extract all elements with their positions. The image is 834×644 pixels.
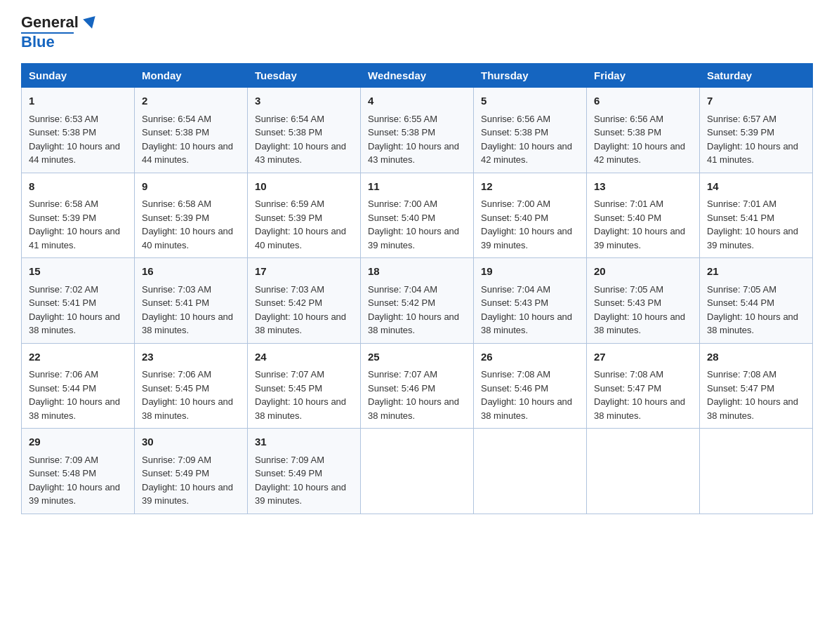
logo-text: General xyxy=(21,14,97,31)
calendar-day-cell: 12Sunrise: 7:00 AMSunset: 5:40 PMDayligh… xyxy=(474,173,587,258)
calendar-day-cell: 4Sunrise: 6:55 AMSunset: 5:38 PMDaylight… xyxy=(361,88,474,173)
day-info: Sunrise: 7:00 AMSunset: 5:40 PMDaylight:… xyxy=(481,199,572,250)
calendar-day-cell: 10Sunrise: 6:59 AMSunset: 5:39 PMDayligh… xyxy=(248,173,361,258)
day-of-week-header: Sunday xyxy=(22,64,135,88)
day-info: Sunrise: 7:08 AMSunset: 5:47 PMDaylight:… xyxy=(594,369,685,421)
day-number: 9 xyxy=(142,179,240,195)
calendar-day-cell: 20Sunrise: 7:05 AMSunset: 5:43 PMDayligh… xyxy=(587,258,700,344)
day-number: 10 xyxy=(255,179,353,195)
day-info: Sunrise: 6:55 AMSunset: 5:38 PMDaylight:… xyxy=(368,114,459,166)
calendar-week-row: 15Sunrise: 7:02 AMSunset: 5:41 PMDayligh… xyxy=(22,258,813,344)
calendar-day-cell: 29Sunrise: 7:09 AMSunset: 5:48 PMDayligh… xyxy=(22,429,135,514)
day-number: 25 xyxy=(368,349,466,365)
day-info: Sunrise: 7:00 AMSunset: 5:40 PMDaylight:… xyxy=(368,199,459,250)
day-number: 30 xyxy=(142,434,240,450)
calendar-day-cell: 19Sunrise: 7:04 AMSunset: 5:43 PMDayligh… xyxy=(474,258,587,344)
calendar-day-cell: 17Sunrise: 7:03 AMSunset: 5:42 PMDayligh… xyxy=(248,258,361,344)
calendar-day-cell: 14Sunrise: 7:01 AMSunset: 5:41 PMDayligh… xyxy=(700,173,813,258)
day-info: Sunrise: 6:54 AMSunset: 5:38 PMDaylight:… xyxy=(142,114,233,166)
day-info: Sunrise: 7:09 AMSunset: 5:49 PMDaylight:… xyxy=(142,455,233,507)
day-info: Sunrise: 6:57 AMSunset: 5:39 PMDaylight:… xyxy=(707,114,798,166)
day-info: Sunrise: 7:06 AMSunset: 5:45 PMDaylight:… xyxy=(142,369,233,421)
day-number: 28 xyxy=(707,349,805,365)
day-number: 15 xyxy=(29,264,127,280)
calendar-day-cell: 13Sunrise: 7:01 AMSunset: 5:40 PMDayligh… xyxy=(587,173,700,258)
page-header: General Blue xyxy=(21,14,813,51)
day-info: Sunrise: 6:56 AMSunset: 5:38 PMDaylight:… xyxy=(594,114,685,166)
day-number: 4 xyxy=(368,93,466,109)
calendar-day-cell xyxy=(587,429,700,514)
day-number: 8 xyxy=(29,179,127,195)
day-info: Sunrise: 7:09 AMSunset: 5:49 PMDaylight:… xyxy=(255,455,346,507)
calendar-day-cell: 21Sunrise: 7:05 AMSunset: 5:44 PMDayligh… xyxy=(700,258,813,344)
logo: General Blue xyxy=(21,14,97,51)
calendar-day-cell: 22Sunrise: 7:06 AMSunset: 5:44 PMDayligh… xyxy=(22,343,135,429)
calendar-day-cell: 2Sunrise: 6:54 AMSunset: 5:38 PMDaylight… xyxy=(135,88,248,173)
day-number: 12 xyxy=(481,179,579,195)
day-number: 17 xyxy=(255,264,353,280)
calendar-day-cell: 6Sunrise: 6:56 AMSunset: 5:38 PMDaylight… xyxy=(587,88,700,173)
calendar-table: SundayMondayTuesdayWednesdayThursdayFrid… xyxy=(21,63,813,514)
day-of-week-header: Monday xyxy=(135,64,248,88)
calendar-day-cell xyxy=(361,429,474,514)
day-of-week-header: Friday xyxy=(587,64,700,88)
calendar-day-cell: 5Sunrise: 6:56 AMSunset: 5:38 PMDaylight… xyxy=(474,88,587,173)
day-number: 29 xyxy=(29,434,127,450)
day-info: Sunrise: 7:08 AMSunset: 5:47 PMDaylight:… xyxy=(707,369,798,421)
day-of-week-header: Wednesday xyxy=(361,64,474,88)
day-info: Sunrise: 7:07 AMSunset: 5:46 PMDaylight:… xyxy=(368,369,459,421)
calendar-day-cell: 8Sunrise: 6:58 AMSunset: 5:39 PMDaylight… xyxy=(22,173,135,258)
day-of-week-header: Saturday xyxy=(700,64,813,88)
day-info: Sunrise: 7:03 AMSunset: 5:41 PMDaylight:… xyxy=(142,284,233,336)
day-number: 11 xyxy=(368,179,466,195)
day-info: Sunrise: 7:01 AMSunset: 5:41 PMDaylight:… xyxy=(707,199,798,250)
calendar-day-cell: 27Sunrise: 7:08 AMSunset: 5:47 PMDayligh… xyxy=(587,343,700,429)
calendar-week-row: 29Sunrise: 7:09 AMSunset: 5:48 PMDayligh… xyxy=(22,429,813,514)
day-number: 13 xyxy=(594,179,692,195)
day-number: 3 xyxy=(255,93,353,109)
day-info: Sunrise: 7:07 AMSunset: 5:45 PMDaylight:… xyxy=(255,369,346,421)
calendar-day-cell: 7Sunrise: 6:57 AMSunset: 5:39 PMDaylight… xyxy=(700,88,813,173)
day-number: 22 xyxy=(29,349,127,365)
day-number: 7 xyxy=(707,93,805,109)
calendar-day-cell: 23Sunrise: 7:06 AMSunset: 5:45 PMDayligh… xyxy=(135,343,248,429)
day-info: Sunrise: 7:03 AMSunset: 5:42 PMDaylight:… xyxy=(255,284,346,336)
day-info: Sunrise: 6:56 AMSunset: 5:38 PMDaylight:… xyxy=(481,114,572,166)
calendar-day-cell: 9Sunrise: 6:58 AMSunset: 5:39 PMDaylight… xyxy=(135,173,248,258)
calendar-day-cell: 28Sunrise: 7:08 AMSunset: 5:47 PMDayligh… xyxy=(700,343,813,429)
day-number: 27 xyxy=(594,349,692,365)
day-info: Sunrise: 7:04 AMSunset: 5:42 PMDaylight:… xyxy=(368,284,459,336)
day-info: Sunrise: 7:06 AMSunset: 5:44 PMDaylight:… xyxy=(29,369,120,421)
day-of-week-header: Tuesday xyxy=(248,64,361,88)
day-number: 31 xyxy=(255,434,353,450)
calendar-header-row: SundayMondayTuesdayWednesdayThursdayFrid… xyxy=(22,64,813,88)
day-info: Sunrise: 7:01 AMSunset: 5:40 PMDaylight:… xyxy=(594,199,685,250)
calendar-day-cell: 24Sunrise: 7:07 AMSunset: 5:45 PMDayligh… xyxy=(248,343,361,429)
day-info: Sunrise: 7:08 AMSunset: 5:46 PMDaylight:… xyxy=(481,369,572,421)
day-number: 14 xyxy=(707,179,805,195)
day-number: 16 xyxy=(142,264,240,280)
day-info: Sunrise: 7:05 AMSunset: 5:44 PMDaylight:… xyxy=(707,284,798,336)
day-of-week-header: Thursday xyxy=(474,64,587,88)
day-info: Sunrise: 7:02 AMSunset: 5:41 PMDaylight:… xyxy=(29,284,120,336)
day-info: Sunrise: 6:59 AMSunset: 5:39 PMDaylight:… xyxy=(255,199,346,250)
calendar-day-cell: 15Sunrise: 7:02 AMSunset: 5:41 PMDayligh… xyxy=(22,258,135,344)
calendar-day-cell: 26Sunrise: 7:08 AMSunset: 5:46 PMDayligh… xyxy=(474,343,587,429)
calendar-day-cell: 18Sunrise: 7:04 AMSunset: 5:42 PMDayligh… xyxy=(361,258,474,344)
calendar-day-cell: 11Sunrise: 7:00 AMSunset: 5:40 PMDayligh… xyxy=(361,173,474,258)
day-number: 19 xyxy=(481,264,579,280)
calendar-week-row: 8Sunrise: 6:58 AMSunset: 5:39 PMDaylight… xyxy=(22,173,813,258)
logo-blue-text: Blue xyxy=(21,34,55,51)
day-number: 26 xyxy=(481,349,579,365)
calendar-day-cell: 30Sunrise: 7:09 AMSunset: 5:49 PMDayligh… xyxy=(135,429,248,514)
day-number: 23 xyxy=(142,349,240,365)
day-number: 24 xyxy=(255,349,353,365)
day-number: 21 xyxy=(707,264,805,280)
day-info: Sunrise: 6:54 AMSunset: 5:38 PMDaylight:… xyxy=(255,114,346,166)
calendar-day-cell xyxy=(474,429,587,514)
calendar-week-row: 1Sunrise: 6:53 AMSunset: 5:38 PMDaylight… xyxy=(22,88,813,173)
day-number: 18 xyxy=(368,264,466,280)
day-number: 2 xyxy=(142,93,240,109)
calendar-day-cell: 16Sunrise: 7:03 AMSunset: 5:41 PMDayligh… xyxy=(135,258,248,344)
day-info: Sunrise: 7:09 AMSunset: 5:48 PMDaylight:… xyxy=(29,455,120,507)
